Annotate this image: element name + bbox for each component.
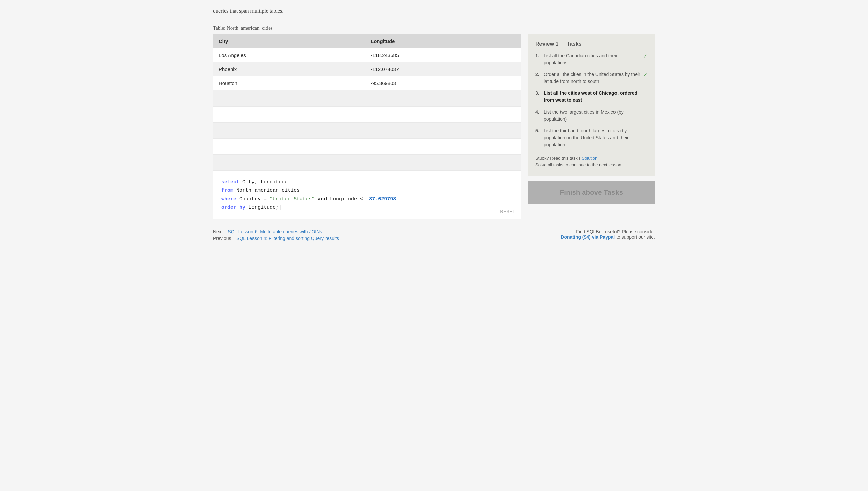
stuck-text: Stuck? Read this task's Solution. Solve … [536,155,647,169]
footer-prev: Previous – SQL Lesson 4: Filtering and s… [213,236,339,241]
next-label: Next – [213,229,227,234]
kw-order: order [221,205,236,210]
table-cell-empty [213,154,365,171]
prev-link[interactable]: SQL Lesson 4: Filtering and sorting Quer… [236,236,339,241]
kw-from: from [221,187,233,193]
intro-paragraph: queries that span multiple tables. [213,8,283,14]
stuck-label: Stuck? Read this task's [536,156,581,161]
table-cell: Houston [213,76,365,90]
donate-outro: to support our site. [616,234,655,240]
kw-select: select [221,179,239,185]
next-link[interactable]: SQL Lesson 6: Multi-table queries with J… [228,229,322,234]
footer: Next – SQL Lesson 6: Multi-table queries… [213,219,655,249]
main-content: City Longitude Los Angeles-118.243685Pho… [213,34,655,219]
tasks-title: Review 1 — Tasks [536,41,647,47]
intro-text: queries that span multiple tables. [213,0,655,25]
footer-left: Next – SQL Lesson 6: Multi-table queries… [213,229,339,242]
code-line-1: select City, Longitude [221,178,513,186]
table-cell-empty [365,106,521,122]
check-icon: ✓ [643,71,647,79]
code-where-op: = [261,196,267,202]
table-cell-empty [213,122,365,138]
col-header-longitude: Longitude [365,34,521,48]
code-editor[interactable]: select City, Longitude from North_americ… [213,171,521,219]
task-text: List all the Canadian cities and their p… [543,52,641,66]
task-list: 1.List all the Canadian cities and their… [536,52,647,148]
task-number: 5. [536,127,541,134]
right-panel: Review 1 — Tasks 1.List all the Canadian… [528,34,655,204]
code-where-num: -87.629798 [363,196,396,202]
table-cell-empty [213,90,365,106]
code-where-op2: < [357,196,363,202]
left-panel: City Longitude Los Angeles-118.243685Pho… [213,34,521,219]
table-cell-empty [365,138,521,154]
data-table: City Longitude Los Angeles-118.243685Pho… [213,34,521,171]
kw-where: where [221,196,236,202]
table-cell: Phoenix [213,62,365,76]
finish-button: Finish above Tasks [528,181,655,204]
table-cell-empty [213,106,365,122]
kw-and: and [315,196,327,202]
table-cell: Los Angeles [213,48,365,62]
code-order-field: Longitude; [245,205,279,210]
task-item-1: 1.List all the Canadian cities and their… [536,52,647,66]
code-line-2: from North_american_cities [221,186,513,195]
prev-label: Previous – [213,236,235,241]
footer-next: Next – SQL Lesson 6: Multi-table queries… [213,229,339,234]
task-number: 4. [536,109,541,116]
table-cell: -118.243685 [365,48,521,62]
check-icon: ✓ [643,52,647,60]
tasks-panel: Review 1 — Tasks 1.List all the Canadian… [528,34,655,176]
table-cell: -112.074037 [365,62,521,76]
code-where-val: "United States" [267,196,315,202]
reset-button[interactable]: RESET [500,209,515,214]
table-cell-empty [365,154,521,171]
col-header-city: City [213,34,365,48]
kw-by: by [236,205,245,210]
task-item-2: 2.Order all the cities in the United Sta… [536,71,647,85]
code-where-field: Country [236,196,261,202]
code-select-fields: City, Longitude [239,179,288,185]
task-number: 3. [536,90,541,97]
task-text: List the two largest cities in Mexico (b… [543,109,647,123]
table-cell: -95.369803 [365,76,521,90]
table-cell-empty [365,122,521,138]
task-text: List all the cities west of Chicago, ord… [543,90,647,104]
code-from-table: North_american_cities [233,187,300,193]
task-item-3: 3.List all the cities west of Chicago, o… [536,90,647,104]
solve-label: Solve all tasks to continue to the next … [536,163,622,168]
footer-right: Find SQLBolt useful? Please consider Don… [561,229,655,240]
task-text: Order all the cities in the United State… [543,71,641,85]
table-cell-empty [213,138,365,154]
task-item-4: 4.List the two largest cities in Mexico … [536,109,647,123]
task-item-5: 5.List the third and fourth largest citi… [536,127,647,148]
donate-intro: Find SQLBolt useful? Please consider [576,229,655,234]
table-label: Table: North_american_cities [213,25,655,31]
cursor-blink: | [279,205,281,210]
code-where-field2: Longitude [327,196,357,202]
task-number: 1. [536,52,541,59]
table-cell-empty [365,90,521,106]
code-line-4: order by Longitude;| [221,203,513,212]
donate-link[interactable]: Donating ($4) via Paypal [561,234,615,240]
code-line-3: where Country = "United States" and Long… [221,195,513,204]
task-text: List the third and fourth largest cities… [543,127,647,148]
page-wrapper: queries that span multiple tables. Table… [200,0,668,249]
task-number: 2. [536,71,541,78]
solution-link[interactable]: Solution [582,156,597,161]
